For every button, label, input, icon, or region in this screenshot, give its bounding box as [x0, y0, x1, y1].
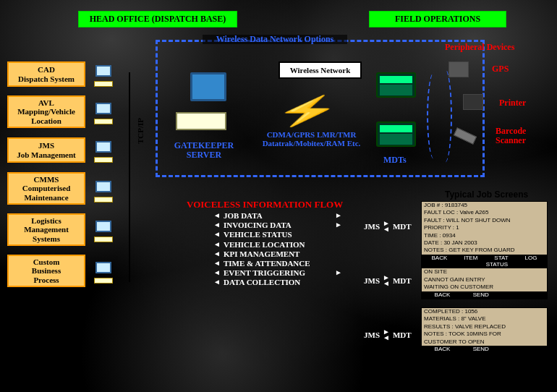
peripheral-title: Peripheral Devices: [445, 42, 514, 53]
pc-icon: [93, 262, 114, 284]
system-label: Process: [12, 276, 81, 284]
jms-label: JMS: [364, 331, 380, 339]
screen-row: ON SITE: [422, 268, 547, 276]
job-screen-1: JOB # : 9183745FAULT LOC : Valve A265FAU…: [421, 201, 548, 263]
mdt-label: MDT: [393, 276, 412, 285]
pc-icon: [93, 65, 114, 87]
system-label: Maintenance: [12, 193, 81, 202]
screen-row: FAULT : WILL NOT SHUT DOWN: [422, 217, 547, 224]
jms-mdt-flow: JMS ►◄ MDT: [364, 221, 412, 232]
gps-label: GPS: [492, 64, 509, 74]
job-screen-2: STATUSON SITECANNOT GAIN ENTRYWAITING ON…: [421, 260, 548, 299]
system-label: Business: [12, 266, 81, 275]
screen-row: DATE : 30 JAN 2003: [422, 239, 547, 247]
arrow-icon: ►◄: [383, 329, 390, 341]
footer-note: (All fields are fully configurable): [420, 365, 540, 374]
system-label: Management: [12, 225, 81, 234]
mdt-device-icon: [376, 122, 416, 147]
info-flow-item: JOB DATA: [213, 211, 329, 221]
system-label: Custom: [12, 257, 81, 266]
system-box-cad: CAD Dispatch System: [7, 61, 85, 87]
bus-line: [116, 72, 130, 282]
info-flow-item: KPI MANAGEMENT: [213, 250, 329, 259]
mdt-label: MDT: [393, 331, 412, 339]
system-label: Computerised: [12, 184, 81, 192]
barcode-label: Barcode Scanner: [496, 127, 557, 145]
system-label: Mapping/Vehicle: [12, 107, 81, 116]
jms-mdt-flow: JMS ►◄ MDT: [364, 329, 412, 341]
job-screen-3: COMPLETED : 1056MATERIALS : 8" VALVERESU…: [421, 307, 548, 354]
info-flow-list: JOB DATAINVOICING DATAVEHICLE STATUSVEHI…: [213, 211, 329, 288]
screen-row: NOTES : GET KEY FROM GUARD: [422, 247, 547, 254]
pc-icon: [93, 103, 114, 124]
jms-label: JMS: [364, 222, 380, 231]
system-box-cmms: CMMS Computerised Maintenance: [7, 172, 85, 205]
tcpip-label: TCP/IP: [136, 118, 145, 144]
info-flow-item: VEHICLE LOCATION: [213, 240, 329, 250]
arrow-icon: ►◄: [383, 221, 390, 232]
info-flow-item: DATA COLLECTION: [213, 278, 329, 287]
screen-row: WAITING ON CUSTOMER: [422, 284, 547, 291]
screen-bar-item: SEND: [473, 346, 489, 353]
system-label: Job Management: [12, 150, 81, 159]
wireless-title: Wireless Data Network Options: [203, 35, 347, 44]
system-label: Systems: [12, 234, 81, 243]
connector-curve: [438, 69, 452, 163]
system-label: AVL: [12, 98, 81, 107]
pc-icon: [93, 181, 114, 203]
gatekeeper-label: GATEKEEPER SERVER: [168, 141, 240, 160]
system-label: CAD: [12, 65, 81, 74]
header-head-office: HEAD OFFICE (DISPATCH BASE): [78, 11, 237, 27]
info-flow-item: EVENT TRIGGERING: [213, 268, 329, 278]
screen-row: CANNOT GAIN ENTRY: [422, 276, 547, 284]
system-box-custom: Custom Business Process: [7, 255, 85, 287]
printer-icon: [463, 94, 483, 110]
system-label: JMS: [12, 141, 81, 150]
system-box-avl: AVL Mapping/Vehicle Location: [7, 95, 85, 128]
mdt-device-icon: [376, 72, 416, 98]
arrow-icon: ►◄: [383, 275, 390, 286]
screen-row: TIME : 0934: [422, 232, 547, 239]
pc-icon: [93, 141, 114, 163]
server-icon: [170, 72, 235, 130]
mdts-label: MDTs: [383, 155, 407, 165]
screen-row: MATERIALS : 8" VALVE: [422, 315, 547, 323]
screen-row: NOTES : TOOK 10MINS FOR: [422, 331, 547, 338]
gps-icon: [448, 61, 469, 77]
screen-bar-item: STATUS: [486, 261, 508, 268]
jms-mdt-flow: JMS ►◄ MDT: [364, 275, 412, 286]
typical-screens-title: Typical Job Screens: [445, 189, 528, 200]
screen-row: FAULT LOC : Valve A265: [422, 209, 547, 216]
info-flow-item: INVOICING DATA: [213, 221, 329, 230]
system-box-jms: JMS Job Management: [7, 137, 85, 163]
screen-row: COMPLETED : 1056: [422, 308, 547, 315]
system-label: Location: [12, 116, 81, 125]
info-flow-item: TIME & ATTENDANCE: [213, 259, 329, 268]
lightning-icon: ⚡: [275, 94, 340, 128]
screen-bar-item: SEND: [473, 291, 489, 299]
pc-icon: [93, 221, 114, 242]
system-box-logistics: Logistics Management Systems: [7, 213, 85, 246]
jms-label: JMS: [364, 276, 380, 285]
header-field-ops: FIELD OPERATIONS: [369, 11, 506, 27]
mdt-label: MDT: [393, 222, 412, 231]
system-label: Logistics: [12, 216, 81, 225]
voiceless-title: VOICELESS INFORMATION FLOW: [187, 199, 343, 210]
wireless-types: CDMA/GPRS LMR/TMR Datatrak/Mobitex/RAM E…: [259, 130, 364, 148]
info-flow-item: VEHICLE STATUS: [213, 230, 329, 239]
screen-row: PRIORITY : 1: [422, 224, 547, 231]
screen-row: CUSTOMER TO OPEN: [422, 338, 547, 346]
system-label: Dispatch System: [12, 74, 81, 83]
wireless-network-box: Wireless Network: [278, 61, 362, 79]
screen-bar-item: BACK: [435, 291, 451, 299]
screen-row: JOB # : 9183745: [422, 202, 547, 209]
printer-label: Printer: [499, 98, 526, 108]
system-label: CMMS: [12, 175, 81, 184]
screen-row: RESULTS : VALVE REPLACED: [422, 323, 547, 331]
screen-bar-item: BACK: [435, 346, 451, 353]
